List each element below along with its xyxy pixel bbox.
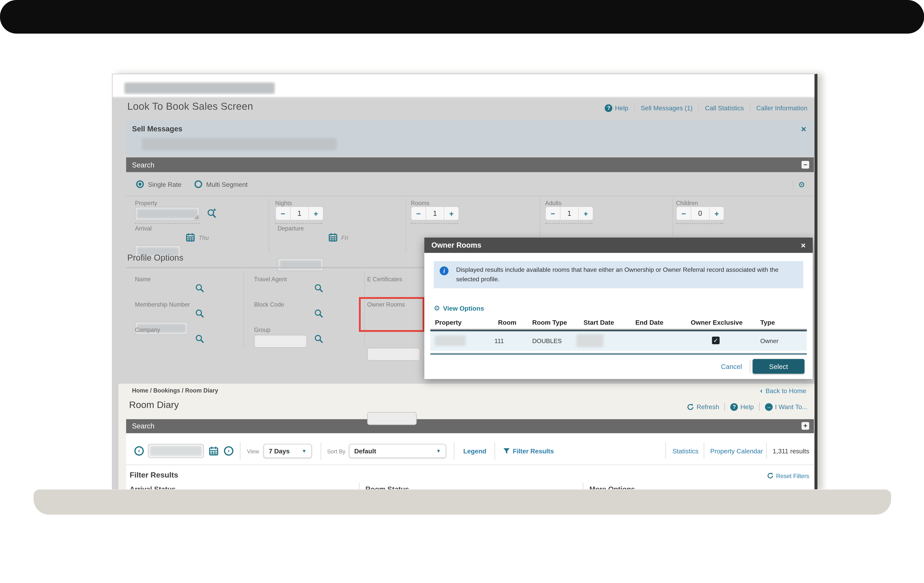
departure-input[interactable] [277,258,323,271]
close-icon[interactable]: × [801,124,806,133]
view-options-link[interactable]: ⚙ View Options [434,305,484,312]
departure-day: Fri [341,235,348,241]
owner-exclusive-checkbox[interactable]: ✓ [712,337,719,344]
back-to-home-link[interactable]: ‹ Back to Home [760,387,806,395]
browser-chrome [112,74,815,98]
minus-button[interactable]: − [546,207,560,220]
reset-filters-link[interactable]: Reset Filters [767,472,809,479]
departure-calendar-icon[interactable] [328,232,338,242]
profile-options-title: Profile Options [127,253,183,262]
filter-results-link[interactable]: Filter Results [513,448,554,454]
legend-link[interactable]: Legend [463,448,486,454]
col-owner-exclusive[interactable]: Owner Exclusive [691,319,742,326]
info-banner: i Displayed results include available ro… [434,261,803,288]
e-certificates-input[interactable] [367,348,420,361]
multi-segment-radio[interactable]: Multi Segment [195,180,248,188]
single-rate-radio[interactable]: Single Rate [136,180,182,188]
view-value: 7 Days [269,448,290,454]
radio-selected-icon [136,180,144,188]
resize-handle[interactable] [194,215,198,219]
minus-button[interactable]: − [676,207,691,220]
name-label: Name [135,276,151,282]
help-link[interactable]: ? Help [605,104,628,112]
divider [793,181,793,189]
prev-date-icon[interactable]: ‹ [134,446,144,456]
dotted-underline [545,223,592,224]
sell-messages-panel: Sell Messages × [126,120,814,155]
col-type[interactable]: Type [760,319,775,326]
i-want-to-link[interactable]: → I Want To... [765,403,807,411]
refresh-link[interactable]: Refresh [686,403,719,411]
next-date-icon[interactable]: › [224,446,234,456]
property-calendar-link[interactable]: Property Calendar [710,448,763,454]
membership-number-search-icon[interactable] [195,309,205,318]
sort-by-dropdown[interactable]: Default ▼ [349,444,446,458]
property-input[interactable] [135,207,200,220]
name-search-icon[interactable] [195,284,205,293]
app-window: Look To Book Sales Screen ? Help Sell Me… [112,74,818,491]
room-diary-header-links: Refresh ? Help → I Want To... [686,403,807,411]
minus-button[interactable]: − [276,207,290,220]
i-want-to-label: I Want To... [775,403,807,410]
search-section-title: Search [132,161,155,169]
divider [724,403,725,411]
col-room-type[interactable]: Room Type [532,319,567,326]
owner-rooms-input[interactable] [367,412,417,425]
cancel-button[interactable]: Cancel [721,363,742,370]
travel-agent-input[interactable] [254,335,307,348]
breadcrumb[interactable]: Home / Bookings / Room Diary [132,387,218,394]
divider [749,360,750,373]
minus-button[interactable]: − [411,207,426,220]
statistics-link[interactable]: Statistics [673,448,698,454]
caller-information-link[interactable]: Caller Information [756,104,807,111]
collapse-icon[interactable]: − [802,161,809,168]
sell-message-redacted [142,138,337,150]
expand-icon[interactable]: + [802,422,809,430]
cell-room: 111 [495,337,504,344]
block-code-label: Block Code [254,301,284,308]
chevron-left-icon: ‹ [760,387,762,395]
date-calendar-icon[interactable] [209,446,219,456]
travel-agent-search-icon[interactable] [314,284,323,293]
divider [430,353,807,355]
date-input[interactable] [148,444,204,458]
e-certificates-label: E Certificates [367,276,402,282]
view-dropdown[interactable]: 7 Days ▼ [264,444,312,458]
divider [750,104,750,112]
dotted-underline [275,223,322,224]
property-label: Property [135,200,157,206]
plus-button[interactable]: + [444,207,459,220]
col-end-date[interactable]: End Date [635,319,663,326]
rate-mode-group: Single Rate Multi Segment [136,180,248,188]
company-search-icon[interactable] [195,334,205,344]
filter-results-title: Filter Results [130,471,178,479]
select-button[interactable]: Select [753,359,805,373]
view-options-label: View Options [443,305,484,312]
call-statistics-link[interactable]: Call Statistics [705,104,744,111]
divider [634,104,635,112]
divider [698,104,699,112]
col-start-date[interactable]: Start Date [584,319,614,326]
plus-button[interactable]: + [309,207,323,220]
help-icon: ? [731,403,738,411]
sell-messages-link[interactable]: Sell Messages (1) [641,104,693,111]
divider [495,442,495,460]
table-row[interactable]: 111 DOUBLES ✓ Owner [430,331,807,351]
group-search-icon[interactable] [314,334,323,344]
col-property[interactable]: Property [435,319,462,326]
block-code-search-icon[interactable] [314,309,323,318]
laptop-base [34,489,891,515]
close-icon[interactable]: × [801,241,805,250]
property-search-icon[interactable] [207,208,217,218]
divider [321,442,321,460]
divider [704,442,704,459]
help-link[interactable]: ? Help [731,403,754,411]
col-room[interactable]: Room [498,319,516,326]
cell-room-type: DOUBLES [532,337,562,344]
search-settings-gear-icon[interactable]: ⚙ [798,181,805,189]
plus-button[interactable]: + [710,207,724,220]
plus-button[interactable]: + [579,207,593,220]
start-date-redacted [576,334,603,347]
arrival-calendar-icon[interactable] [186,232,195,242]
sort-by-label: Sort By [327,448,345,454]
